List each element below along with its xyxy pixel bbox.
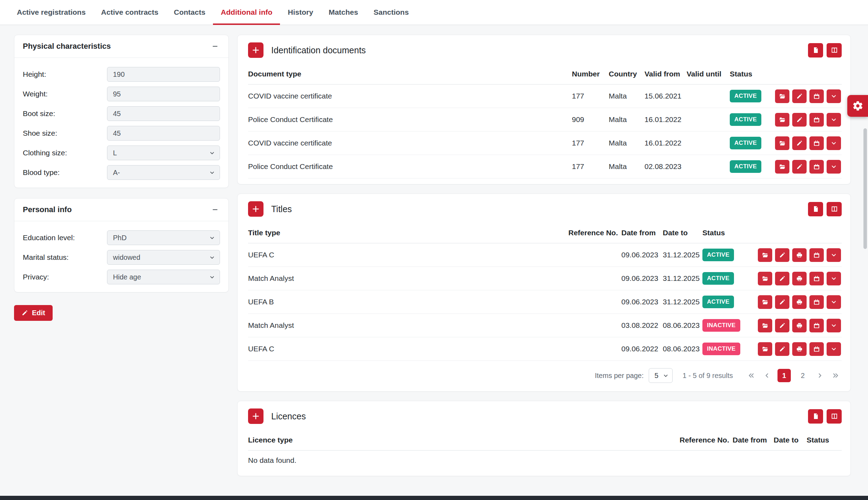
export-file-icon: [812, 413, 819, 420]
expand-row-button[interactable]: [827, 113, 841, 127]
edit-row-button[interactable]: [792, 113, 807, 127]
print-button[interactable]: [792, 248, 807, 262]
weight-input[interactable]: [107, 87, 220, 101]
edit-row-button[interactable]: [775, 272, 789, 285]
collapse-button[interactable]: [210, 41, 220, 51]
add-title-button[interactable]: [248, 201, 263, 217]
folder-open-icon: [762, 275, 768, 282]
panel-title: Licences: [271, 411, 306, 421]
tab-contacts[interactable]: Contacts: [166, 0, 213, 25]
column-header: Date from: [621, 223, 663, 243]
scrollbar-thumb[interactable]: [863, 128, 867, 249]
chevron-down-icon: [209, 274, 215, 280]
columns-button[interactable]: [827, 43, 842, 58]
tab-active-registrations[interactable]: Active registrations: [9, 0, 93, 25]
items-per-page-select[interactable]: 5: [649, 368, 672, 383]
printer-icon: [796, 322, 803, 329]
next-page-button[interactable]: [815, 370, 825, 381]
field-row: Shoe size:: [23, 126, 220, 141]
cell-valid-from: 02.08.2023: [645, 155, 687, 178]
attachments-button[interactable]: [758, 295, 772, 309]
expand-row-button[interactable]: [827, 342, 841, 356]
attachments-button[interactable]: [758, 272, 772, 285]
calendar-button[interactable]: [809, 248, 824, 262]
shoe-size-input[interactable]: [107, 126, 220, 141]
attachments-button[interactable]: [758, 342, 772, 356]
tab-history[interactable]: History: [280, 0, 321, 25]
expand-row-button[interactable]: [827, 89, 841, 103]
calendar-button[interactable]: [809, 295, 824, 309]
prev-page-button[interactable]: [762, 370, 772, 381]
columns-button[interactable]: [827, 409, 842, 424]
edit-row-button[interactable]: [775, 295, 789, 309]
tab-active-contracts[interactable]: Active contracts: [93, 0, 166, 25]
collapse-button[interactable]: [210, 205, 220, 215]
height-input[interactable]: [107, 67, 220, 82]
calendar-button[interactable]: [809, 342, 824, 356]
page-2-button[interactable]: 2: [796, 369, 809, 382]
tab-additional-info[interactable]: Additional info: [213, 0, 280, 25]
cell-date-to: 31.12.2025: [663, 243, 702, 267]
education-level-select[interactable]: PhD: [107, 230, 220, 245]
boot-size-input[interactable]: [107, 106, 220, 121]
row-actions: [769, 136, 842, 150]
left-column: Physical characteristics Height: Weight:…: [14, 35, 229, 321]
add-licence-button[interactable]: [248, 408, 263, 424]
edit-row-button[interactable]: [792, 89, 807, 103]
edit-row-button[interactable]: [775, 319, 789, 332]
blood-type-select[interactable]: A-: [107, 165, 220, 180]
first-page-button[interactable]: [746, 370, 756, 381]
attachments-button[interactable]: [758, 319, 772, 332]
panel-title: Identification documents: [271, 45, 366, 55]
export-button[interactable]: [808, 43, 823, 58]
add-document-button[interactable]: [248, 42, 263, 58]
print-button[interactable]: [792, 295, 807, 309]
expand-row-button[interactable]: [827, 160, 841, 174]
expand-row-button[interactable]: [827, 272, 841, 285]
calendar-button[interactable]: [809, 113, 824, 127]
calendar-button[interactable]: [809, 89, 824, 103]
folder-open-icon: [779, 140, 786, 147]
expand-row-button[interactable]: [827, 319, 841, 332]
tab-matches[interactable]: Matches: [321, 0, 366, 25]
expand-row-button[interactable]: [827, 295, 841, 309]
edit-row-button[interactable]: [775, 342, 789, 356]
privacy-select[interactable]: Hide age: [107, 270, 220, 284]
settings-button[interactable]: [847, 95, 868, 117]
tab-sanctions[interactable]: Sanctions: [366, 0, 416, 25]
identification-documents-panel: Identification documents Document type N…: [237, 35, 851, 184]
identification-documents-table: Document type Number Country Valid from …: [248, 65, 842, 178]
status-badge: ACTIVE: [702, 272, 734, 285]
clothing-size-select[interactable]: L: [107, 146, 220, 160]
cell-title-type: Match Analyst: [248, 267, 568, 290]
last-page-button[interactable]: [830, 370, 841, 381]
attachments-button[interactable]: [775, 113, 789, 127]
print-button[interactable]: [792, 319, 807, 332]
calendar-button[interactable]: [809, 136, 824, 150]
export-button[interactable]: [808, 202, 823, 216]
attachments-button[interactable]: [758, 248, 772, 262]
edit-row-button[interactable]: [792, 136, 807, 150]
select-value: 5: [654, 372, 658, 380]
print-button[interactable]: [792, 272, 807, 285]
edit-button[interactable]: Edit: [14, 305, 53, 321]
field-row: Privacy: Hide age: [23, 270, 220, 284]
pencil-icon: [779, 322, 786, 329]
expand-row-button[interactable]: [827, 136, 841, 150]
calendar-button[interactable]: [809, 272, 824, 285]
calendar-button[interactable]: [809, 160, 824, 174]
edit-row-button[interactable]: [775, 248, 789, 262]
calendar-button[interactable]: [809, 319, 824, 332]
attachments-button[interactable]: [775, 136, 789, 150]
page-1-button[interactable]: 1: [777, 369, 791, 382]
field-row: Boot size:: [23, 106, 220, 121]
print-button[interactable]: [792, 342, 807, 356]
attachments-button[interactable]: [775, 89, 789, 103]
export-button[interactable]: [808, 409, 823, 424]
marital-status-select[interactable]: widowed: [107, 250, 220, 265]
cell-valid-until: [687, 85, 730, 108]
attachments-button[interactable]: [775, 160, 789, 174]
edit-row-button[interactable]: [792, 160, 807, 174]
expand-row-button[interactable]: [827, 248, 841, 262]
columns-button[interactable]: [827, 202, 842, 216]
